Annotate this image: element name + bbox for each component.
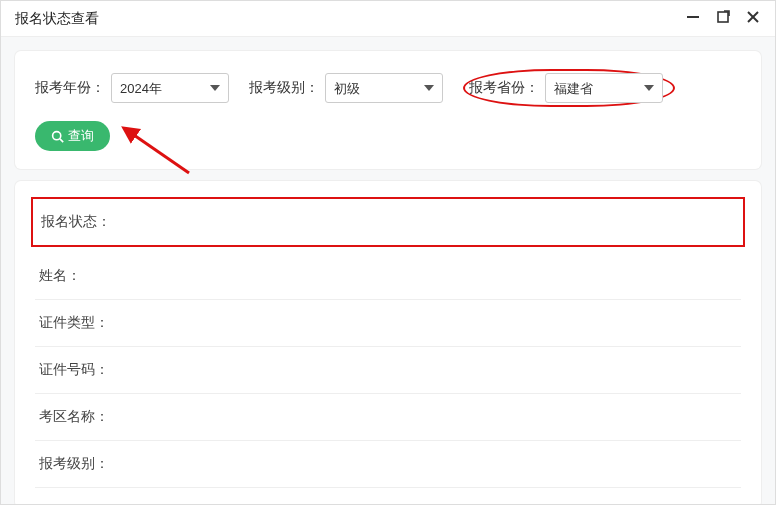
result-district-row: 考区名称： (35, 394, 741, 441)
result-name-label: 姓名： (39, 267, 81, 283)
result-status-label: 报名状态： (41, 213, 111, 229)
close-icon[interactable] (745, 9, 761, 28)
search-icon (51, 130, 64, 143)
registration-status-modal: 报名状态查看 报考年份： 2024年 (0, 0, 776, 505)
year-field: 报考年份： 2024年 (35, 73, 229, 103)
minimize-icon[interactable] (685, 9, 701, 28)
filter-row: 报考年份： 2024年 报考级别： 初级 (35, 69, 741, 107)
results-panel: 报名状态： 姓名： 证件类型： 证件号码： 考区名称： 报考级别： (15, 181, 761, 504)
province-field: 报考省份： 福建省 (463, 69, 675, 107)
year-select[interactable]: 2024年 (111, 73, 229, 103)
svg-rect-1 (718, 12, 728, 22)
result-status-row: 报名状态： (31, 197, 745, 247)
level-field: 报考级别： 初级 (249, 73, 443, 103)
svg-line-5 (60, 138, 63, 141)
year-label: 报考年份： (35, 79, 105, 97)
result-name-row: 姓名： (35, 253, 741, 300)
result-level-label: 报考级别： (39, 455, 109, 471)
modal-body: 报考年份： 2024年 报考级别： 初级 (1, 37, 775, 504)
level-select[interactable]: 初级 (325, 73, 443, 103)
result-idtype-label: 证件类型： (39, 314, 109, 330)
result-idtype-row: 证件类型： (35, 300, 741, 347)
result-idnum-row: 证件号码： (35, 347, 741, 394)
svg-point-4 (53, 131, 61, 139)
maximize-icon[interactable] (715, 9, 731, 28)
window-title: 报名状态查看 (15, 10, 99, 28)
filter-panel: 报考年份： 2024年 报考级别： 初级 (15, 51, 761, 169)
result-level-row: 报考级别： (35, 441, 741, 488)
titlebar: 报名状态查看 (1, 1, 775, 37)
window-controls (685, 9, 761, 28)
level-label: 报考级别： (249, 79, 319, 97)
province-label: 报考省份： (469, 79, 539, 97)
result-idnum-label: 证件号码： (39, 361, 109, 377)
result-district-label: 考区名称： (39, 408, 109, 424)
button-row: 查询 (35, 121, 741, 151)
search-button-label: 查询 (68, 127, 94, 145)
search-button[interactable]: 查询 (35, 121, 110, 151)
province-select[interactable]: 福建省 (545, 73, 663, 103)
